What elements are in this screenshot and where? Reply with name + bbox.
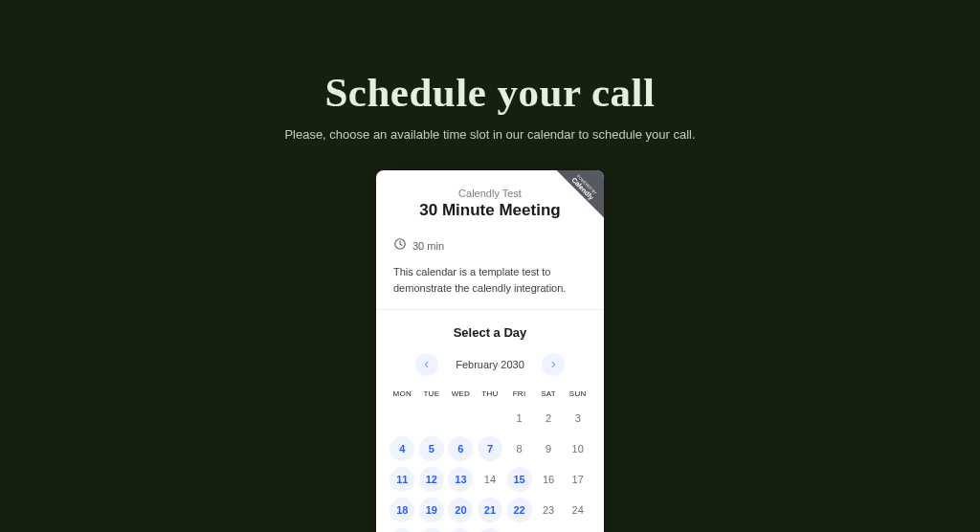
week-row: 11121314151617 [390, 467, 590, 492]
day-23: 23 [536, 498, 561, 522]
select-day-heading: Select a Day [390, 325, 590, 340]
day-13[interactable]: 13 [448, 467, 473, 492]
day-3: 3 [566, 406, 590, 431]
meeting-description: This calendar is a template test to demo… [393, 264, 587, 296]
day-5[interactable]: 5 [419, 436, 444, 461]
day-6[interactable]: 6 [448, 436, 473, 461]
dow-thu: THU [478, 389, 503, 398]
day-26[interactable]: 26 [419, 528, 444, 532]
day-14: 14 [478, 467, 502, 492]
month-label: February 2030 [456, 359, 524, 370]
dow-mon: MON [390, 389, 415, 398]
clock-icon [393, 237, 407, 255]
day-21[interactable]: 21 [478, 498, 502, 522]
day-24: 24 [566, 498, 590, 522]
dow-fri: FRI [506, 389, 532, 398]
page-title: Schedule your call [324, 69, 655, 116]
dow-tue: TUE [419, 389, 445, 398]
dow-wed: WED [448, 389, 474, 398]
powered-by-badge[interactable]: POWERED BY Calendly [537, 170, 604, 237]
week-row: 45678910 [390, 436, 590, 461]
day-18[interactable]: 18 [390, 498, 414, 522]
day-20[interactable]: 20 [448, 498, 473, 522]
month-navigation: February 2030 [390, 353, 590, 376]
chevron-right-icon [548, 356, 558, 373]
day-7[interactable]: 7 [478, 436, 502, 461]
day-8: 8 [507, 436, 532, 461]
next-month-button[interactable] [542, 353, 565, 376]
chevron-left-icon [422, 356, 432, 373]
prev-month-button[interactable] [415, 353, 438, 376]
scheduler-card: POWERED BY Calendly Calendly Test 30 Min… [376, 170, 604, 532]
day-1: 1 [507, 406, 532, 431]
day-9: 9 [536, 436, 561, 461]
day-19[interactable]: 19 [419, 498, 444, 522]
day-11[interactable]: 11 [390, 467, 414, 492]
day-2: 2 [536, 406, 561, 431]
page-subtitle: Please, choose an available time slot in… [284, 127, 695, 142]
day-17: 17 [566, 467, 590, 492]
day-4[interactable]: 4 [390, 436, 414, 461]
week-row: 18192021222324 [390, 498, 590, 522]
day-22[interactable]: 22 [507, 498, 532, 522]
day-15[interactable]: 15 [507, 467, 532, 492]
day-27[interactable]: 27 [448, 528, 473, 532]
day-16: 16 [536, 467, 561, 492]
week-row: 25262728 [390, 528, 590, 532]
day-10: 10 [566, 436, 590, 461]
dow-sat: SAT [536, 389, 562, 398]
day-28[interactable]: 28 [478, 528, 502, 532]
duration-row: 30 min [393, 237, 587, 255]
day-12[interactable]: 12 [419, 467, 444, 492]
calendar-grid: 1234567891011121314151617181920212223242… [390, 406, 590, 532]
week-row: 123 [390, 406, 590, 431]
weekday-header: MON TUE WED THU FRI SAT SUN [390, 389, 590, 398]
day-25[interactable]: 25 [390, 528, 414, 532]
dow-sun: SUN [565, 389, 590, 398]
duration-text: 30 min [412, 240, 444, 252]
